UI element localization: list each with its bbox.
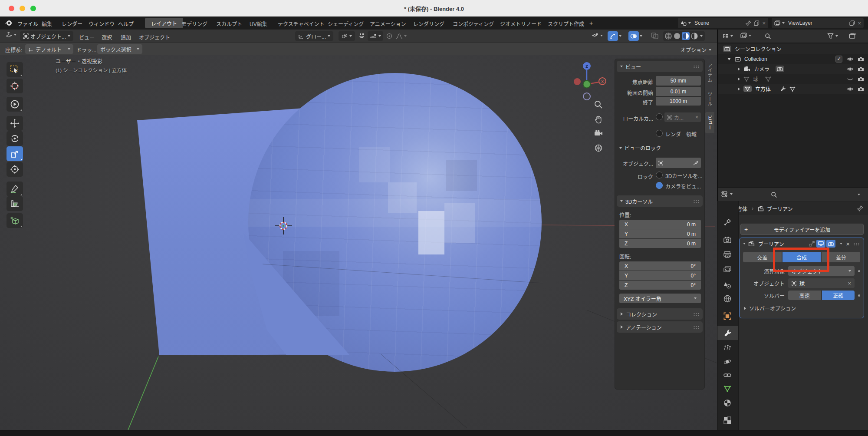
local-camera-clear-icon[interactable]: × [695, 114, 698, 120]
tab-tool[interactable] [723, 218, 731, 226]
overlays-chevron-icon[interactable] [640, 35, 642, 37]
visibility-selector[interactable] [591, 33, 603, 39]
unlink-scene-icon[interactable]: × [762, 20, 766, 26]
outliner-filter[interactable] [827, 33, 838, 39]
breadcrumb-modifier-label[interactable]: ブーリアン [767, 205, 793, 212]
overlays-toggle[interactable] [628, 31, 639, 41]
new-collection-button[interactable] [849, 33, 856, 39]
annotations-section-header[interactable]: アノテーション [617, 321, 703, 333]
proportional-edit-toggle[interactable] [386, 33, 392, 39]
viewport-menu-select[interactable]: 選択 [102, 33, 112, 41]
cursor-rot-y-field[interactable]: Y0° [619, 271, 701, 280]
tab-material[interactable] [723, 399, 731, 407]
outliner-row-camera[interactable]: カメラ [718, 64, 868, 74]
view-section-header[interactable]: ビュー [617, 61, 703, 72]
viewport-menu-object[interactable]: オブジェクト [139, 33, 170, 41]
camera-to-view-toggle[interactable] [656, 182, 663, 189]
cursor-rot-z-field[interactable]: Z0° [619, 281, 701, 290]
tool-measure[interactable] [7, 196, 23, 211]
menu-window[interactable]: ウィンドウ [89, 20, 115, 27]
solver-decorator-dot[interactable] [858, 294, 860, 297]
collection-disclosure-icon[interactable] [727, 58, 731, 60]
collection-render-icon[interactable] [858, 56, 864, 62]
local-camera-field[interactable]: カ... × [664, 112, 701, 122]
local-camera-toggle[interactable] [656, 113, 663, 120]
solver-exact-button[interactable]: 正確 [822, 291, 855, 300]
editor-type-button[interactable] [5, 31, 16, 38]
tab-compositing[interactable]: コンポジティング [453, 20, 494, 27]
sphere-disclosure-icon[interactable] [738, 77, 740, 81]
tool-annotate[interactable] [7, 182, 23, 196]
options-dropdown[interactable]: オプション [681, 46, 711, 53]
tab-geometry-nodes[interactable]: ジオメトリノード [500, 20, 542, 27]
tab-animation[interactable]: アニメーション [370, 20, 406, 27]
solver-fast-button[interactable]: 高速 [788, 291, 821, 300]
camera-disclosure-icon[interactable] [738, 67, 740, 71]
snap-toggle[interactable] [358, 33, 365, 39]
orientation-preset-dropdown[interactable]: デフォルト [25, 44, 73, 54]
clip-start-field[interactable]: 0.01 m [656, 87, 701, 96]
camera-hide-icon[interactable] [847, 66, 854, 72]
breadcrumb-pin-icon[interactable] [857, 205, 863, 211]
operand-type-dropdown[interactable]: オブジェクト [788, 266, 855, 276]
shading-solid-button[interactable] [673, 32, 681, 40]
menu-render[interactable]: レンダー [62, 20, 82, 27]
view-lock-subheader[interactable]: ビューのロック [619, 144, 661, 152]
snap-target-selector[interactable] [368, 31, 383, 41]
tab-constraints[interactable] [723, 372, 731, 379]
lock-3d-cursor-toggle[interactable] [656, 172, 663, 178]
tab-modifiers[interactable] [717, 326, 738, 340]
collection-hide-icon[interactable] [847, 56, 854, 62]
tool-select-box[interactable] [7, 62, 23, 77]
operation-difference-button[interactable]: 差分 [822, 252, 860, 262]
outliner-row-collection[interactable]: Collection ✓ [718, 54, 868, 64]
operand-decorator-dot[interactable] [858, 270, 860, 272]
shading-wireframe-button[interactable] [664, 32, 672, 40]
shading-chevron-icon[interactable] [700, 35, 703, 37]
viewport-menu-view[interactable]: ビュー [79, 33, 95, 41]
outliner-display-mode[interactable] [722, 33, 733, 39]
tab-shading[interactable]: シェーディング [328, 20, 364, 27]
outliner-row-cube[interactable]: 立方体 [718, 84, 868, 94]
outliner-scope-selector[interactable] [740, 33, 751, 39]
modifier-expand-icon[interactable] [743, 243, 746, 244]
tab-scripting[interactable]: スクリプト作成 [548, 20, 584, 27]
collections-section-header[interactable]: コレクション [617, 308, 703, 320]
cube-hide-icon[interactable] [847, 86, 854, 92]
navigation-gizmo[interactable]: Z X [564, 57, 612, 105]
view-section-grip[interactable] [693, 65, 700, 68]
annotations-grip[interactable] [693, 326, 700, 329]
new-viewlayer-icon[interactable] [849, 20, 855, 26]
scene-selector[interactable]: Scene × [678, 18, 768, 28]
solver-options-subpanel[interactable]: ソルバーオプション [744, 304, 860, 312]
remove-viewlayer-icon[interactable]: × [858, 20, 861, 26]
collection-checkbox[interactable]: ✓ [835, 56, 842, 63]
tab-object[interactable] [723, 312, 731, 320]
outliner-row-sphere[interactable]: 球 [718, 74, 868, 84]
pin-icon[interactable] [746, 20, 751, 26]
cursor-rot-x-field[interactable]: X0° [619, 261, 701, 271]
tab-modeling[interactable]: モデリング [181, 20, 207, 27]
camera-view-button[interactable] [594, 129, 603, 137]
sphere-render-icon[interactable] [858, 76, 864, 82]
tool-cursor[interactable] [7, 79, 23, 93]
modifier-render-toggle[interactable] [826, 240, 835, 248]
tab-world[interactable] [723, 295, 731, 303]
tab-texture-paint[interactable]: テクスチャペイント [278, 20, 325, 27]
n-tab-view[interactable]: ビュー [705, 112, 714, 133]
modifier-drag-grip[interactable] [853, 242, 860, 245]
properties-search-icon[interactable] [771, 192, 777, 198]
outliner-search-icon[interactable] [765, 33, 771, 40]
operation-union-button[interactable]: 合成 [783, 252, 821, 262]
gizmo-chevron-icon[interactable] [619, 35, 621, 37]
viewport-menu-add[interactable]: 追加 [121, 33, 131, 41]
properties-options-chevron-icon[interactable] [858, 194, 860, 195]
cursor-loc-z-field[interactable]: Z0 m [619, 239, 701, 248]
menu-help[interactable]: ヘルプ [118, 20, 134, 27]
tab-view-layer[interactable] [723, 266, 731, 273]
modifier-realtime-toggle[interactable] [816, 240, 825, 248]
modifier-remove-icon[interactable]: × [846, 240, 850, 248]
menu-file[interactable]: ファイル [17, 20, 38, 27]
tool-add-cube[interactable] [7, 213, 23, 228]
outliner-row-scene-collection[interactable]: シーンコレクション [718, 44, 868, 54]
